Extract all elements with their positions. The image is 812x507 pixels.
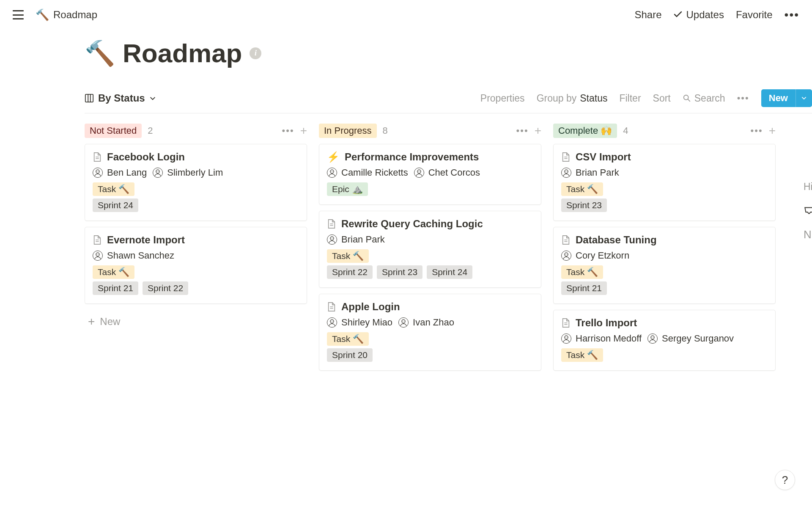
page-icon xyxy=(93,234,102,245)
card[interactable]: Trello ImportHarrison MedoffSergey Surga… xyxy=(553,310,776,371)
assignee-name: Ivan Zhao xyxy=(413,317,454,328)
toolbar-more-icon[interactable]: ••• xyxy=(737,93,749,104)
assignee: Cory Etzkorn xyxy=(561,250,629,261)
card-assignees: Shirley MiaoIvan Zhao xyxy=(327,317,533,328)
info-icon[interactable]: i xyxy=(250,47,261,59)
favorite-button[interactable]: Favorite xyxy=(736,9,773,21)
check-icon xyxy=(673,10,683,19)
menu-toggle-icon[interactable] xyxy=(13,10,24,19)
search-button[interactable]: Search xyxy=(683,93,725,104)
inbox-icon[interactable] xyxy=(804,205,812,215)
card[interactable]: Apple LoginShirley MiaoIvan ZhaoTask 🔨Sp… xyxy=(319,294,541,371)
column-label[interactable]: Not Started xyxy=(85,124,142,138)
search-icon xyxy=(683,94,691,102)
card[interactable]: Rewrite Query Caching LogicBrian ParkTas… xyxy=(319,211,541,288)
type-tag: Task 🔨 xyxy=(561,265,603,279)
page-icon xyxy=(93,152,102,163)
topbar: 🔨 Roadmap Share Updates Favorite ••• xyxy=(0,0,812,30)
new-dropdown[interactable] xyxy=(796,89,812,107)
column-add-icon[interactable]: + xyxy=(300,125,307,137)
properties-button[interactable]: Properties xyxy=(480,93,525,104)
sprint-tag: Sprint 23 xyxy=(377,265,422,279)
group-by-value: Status xyxy=(580,93,607,104)
column-label[interactable]: In Progress xyxy=(319,124,377,138)
avatar-icon xyxy=(327,234,337,245)
chevron-down-icon xyxy=(801,95,807,101)
new-button[interactable]: New xyxy=(761,89,796,107)
more-icon[interactable]: ••• xyxy=(785,8,799,22)
column-header: In Progress8•••+ xyxy=(319,121,541,144)
card[interactable]: Evernote ImportShawn SanchezTask 🔨Sprint… xyxy=(85,227,307,304)
card-assignees: Brian Park xyxy=(561,167,768,178)
filter-button[interactable]: Filter xyxy=(619,93,641,104)
sort-button[interactable]: Sort xyxy=(653,93,671,104)
search-label: Search xyxy=(694,93,725,104)
column-more-icon[interactable]: ••• xyxy=(516,125,529,136)
assignee-name: Ben Lang xyxy=(107,167,147,178)
column-add-icon[interactable]: + xyxy=(535,125,541,137)
column-header: Complete 🙌4•••+ xyxy=(553,121,776,144)
assignee: Brian Park xyxy=(327,234,385,245)
card-assignees: Brian Park xyxy=(327,234,533,245)
share-button[interactable]: Share xyxy=(634,9,661,21)
column-label[interactable]: Complete 🙌 xyxy=(553,124,617,138)
page-icon xyxy=(561,317,571,328)
page-content: 🔨 Roadmap i By Status Properties Group b… xyxy=(0,30,812,377)
board-column: In Progress8•••+⚡Performance Improvement… xyxy=(319,121,541,377)
assignee: Ben Lang xyxy=(93,167,147,178)
card[interactable]: Facebook LoginBen LangSlimberly LimTask … xyxy=(85,144,307,221)
column-count: 4 xyxy=(623,125,628,136)
new-button-group: New xyxy=(761,89,812,107)
help-button[interactable]: ? xyxy=(775,470,795,490)
avatar-icon xyxy=(561,168,571,178)
card-emoji-icon: ⚡ xyxy=(327,151,340,163)
page-title[interactable]: Roadmap xyxy=(123,38,242,68)
updates-button[interactable]: Updates xyxy=(673,9,724,21)
column-more-icon[interactable]: ••• xyxy=(751,125,763,136)
card-assignees: Shawn Sanchez xyxy=(93,250,299,261)
hidden-groups-label[interactable]: Hidde xyxy=(804,181,812,193)
type-tag: Task 🔨 xyxy=(561,348,603,362)
type-tag: Task 🔨 xyxy=(327,332,369,346)
sprint-tag: Sprint 24 xyxy=(427,265,472,279)
avatar-icon xyxy=(327,168,337,178)
avatar-icon xyxy=(93,168,103,178)
assignee-name: Slimberly Lim xyxy=(167,167,223,178)
chevron-down-icon xyxy=(149,95,156,102)
card-title: Apple Login xyxy=(341,301,400,313)
database-toolbar: By Status Properties Group by Status Fil… xyxy=(85,89,812,113)
column-more-icon[interactable]: ••• xyxy=(282,125,294,136)
card[interactable]: Database TuningCory EtzkornTask 🔨Sprint … xyxy=(553,227,776,304)
type-tag: Task 🔨 xyxy=(327,249,369,263)
view-switcher[interactable]: By Status xyxy=(85,92,156,104)
sprint-tag: Sprint 20 xyxy=(327,348,373,362)
page-icon xyxy=(561,152,571,163)
page-emoji[interactable]: 🔨 xyxy=(85,39,115,68)
card[interactable]: CSV ImportBrian ParkTask 🔨Sprint 23 xyxy=(553,144,776,221)
page-icon xyxy=(561,234,571,245)
board-column: Not Started2•••+Facebook LoginBen LangSl… xyxy=(85,121,307,377)
card[interactable]: ⚡Performance ImprovementsCamille Rickett… xyxy=(319,144,541,205)
breadcrumb[interactable]: Roadmap xyxy=(53,9,97,21)
assignee-name: Sergey Surganov xyxy=(662,333,734,344)
type-tag: Task 🔨 xyxy=(561,182,603,196)
group-by-button[interactable]: Group by Status xyxy=(537,93,608,104)
card-assignees: Camille RickettsChet Corcos xyxy=(327,167,533,178)
assignee: Harrison Medoff xyxy=(561,333,642,344)
assignee: Ivan Zhao xyxy=(398,317,454,328)
card-title: Rewrite Query Caching Logic xyxy=(341,218,483,230)
assignee-name: Shawn Sanchez xyxy=(107,250,174,261)
assignee: Slimberly Lim xyxy=(153,167,223,178)
sprint-tag: Sprint 24 xyxy=(93,198,138,212)
card-title: Trello Import xyxy=(576,317,637,329)
plus-icon: + xyxy=(88,316,95,328)
assignee-name: Brian Park xyxy=(341,234,385,245)
assignee-name: Harrison Medoff xyxy=(576,333,642,344)
type-tag: Task 🔨 xyxy=(93,182,134,196)
sprint-tag: Sprint 23 xyxy=(561,198,607,212)
sprint-tag: Sprint 22 xyxy=(327,265,373,279)
sprint-tag: Sprint 21 xyxy=(561,281,607,295)
column-add-icon[interactable]: + xyxy=(769,125,776,137)
add-card-button[interactable]: +New xyxy=(85,310,307,333)
avatar-icon xyxy=(561,333,571,344)
